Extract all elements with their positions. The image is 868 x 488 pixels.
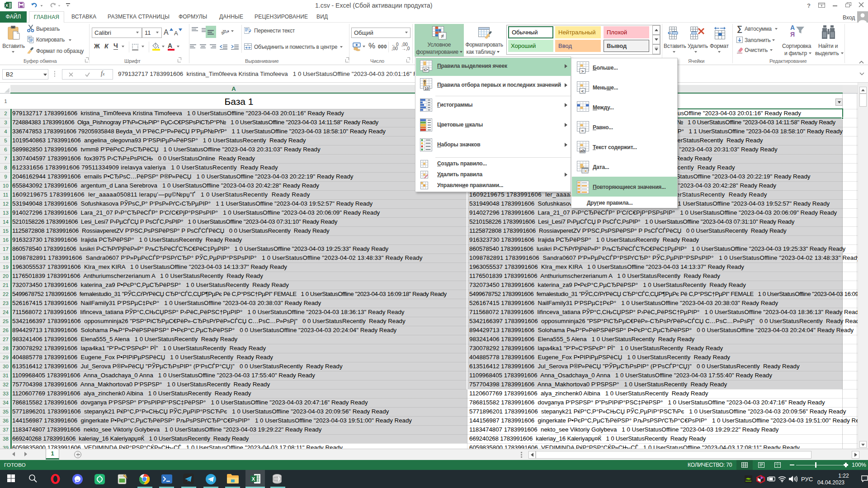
svg-text:>: >: [581, 69, 584, 74]
svg-text:X: X: [5, 3, 8, 8]
svg-text:<: <: [581, 89, 584, 94]
svg-text:ab: ab: [221, 28, 227, 36]
svg-text:≤>: ≤>: [424, 67, 428, 72]
svg-text:ab: ab: [580, 148, 585, 153]
svg-text:≠: ≠: [441, 33, 444, 39]
svg-text:=: =: [581, 128, 584, 133]
svg-text:10: 10: [425, 86, 429, 91]
svg-text:X: X: [252, 476, 255, 482]
